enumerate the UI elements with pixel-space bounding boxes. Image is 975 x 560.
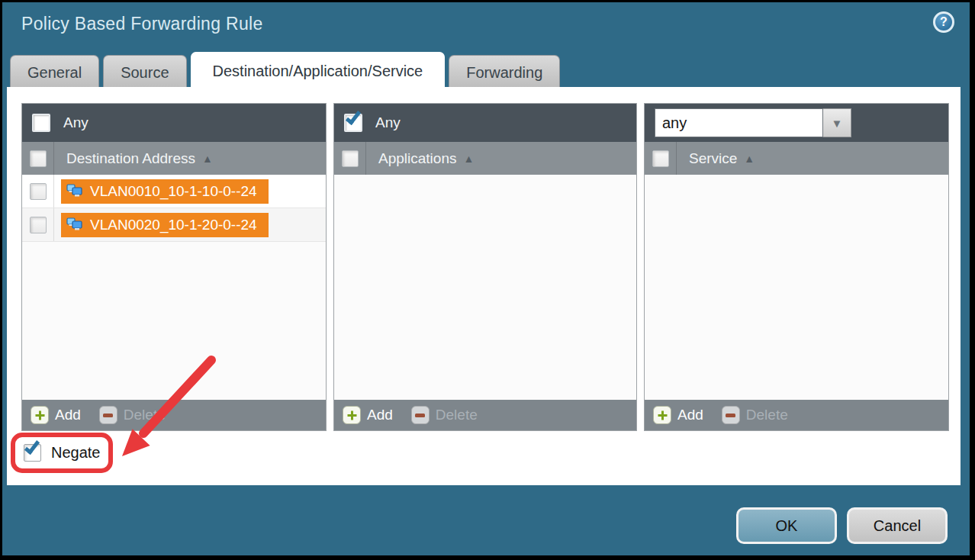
row-checkbox-cell <box>22 208 54 241</box>
table-row[interactable]: VLAN0010_10-1-10-0--24 <box>22 175 326 208</box>
network-icon <box>66 217 83 232</box>
service-header-label: Service <box>689 150 737 167</box>
applications-header-label: Applications <box>378 150 456 167</box>
destination-address-list: VLAN0010_10-1-10-0--24 <box>22 175 326 400</box>
delete-icon <box>411 406 430 424</box>
row-checkbox-cell <box>22 175 54 208</box>
add-button[interactable]: Add <box>367 407 393 423</box>
add-button[interactable]: Add <box>55 407 81 423</box>
applications-any-bar: Any <box>334 104 636 142</box>
sort-asc-icon: ▲ <box>463 153 474 165</box>
negate-checkbox[interactable] <box>24 444 41 462</box>
destination-header-label: Destination Address <box>66 150 195 167</box>
destination-any-checkbox[interactable] <box>32 114 50 132</box>
applications-any-label: Any <box>375 114 401 131</box>
cancel-button[interactable]: Cancel <box>847 507 948 544</box>
destination-address-column-header[interactable]: Destination Address ▲ <box>22 142 326 175</box>
add-icon[interactable] <box>653 406 671 424</box>
service-column: any ▼ Service ▲ <box>644 103 949 431</box>
add-icon[interactable] <box>31 406 49 424</box>
chevron-down-icon: ▼ <box>832 117 843 130</box>
service-column-header[interactable]: Service ▲ <box>645 142 948 175</box>
address-object-label: VLAN0020_10-1-20-0--24 <box>90 217 257 233</box>
select-all-cell <box>22 142 54 175</box>
policy-forwarding-dialog: Policy Based Forwarding Rule ? General S… <box>2 2 970 555</box>
table-row[interactable]: VLAN0020_10-1-20-0--24 <box>22 208 326 242</box>
applications-select-all-checkbox[interactable] <box>342 150 359 167</box>
sort-asc-icon: ▲ <box>744 153 755 165</box>
ok-button[interactable]: OK <box>736 507 837 544</box>
tab-bar: General Source Destination/Application/S… <box>10 52 560 89</box>
service-any-bar: any ▼ <box>645 104 948 142</box>
destination-actions-bar: Add Delete <box>22 400 326 430</box>
address-object-vlan0010[interactable]: VLAN0010_10-1-10-0--24 <box>61 179 269 204</box>
tab-destination-application-service[interactable]: Destination/Application/Service <box>191 52 446 89</box>
checkmark <box>24 438 40 455</box>
network-icon <box>66 184 83 198</box>
applications-list-empty <box>334 175 636 400</box>
destination-address-column: Any Destination Address ▲ <box>21 103 327 431</box>
applications-any-checkbox[interactable] <box>344 114 362 132</box>
delete-icon <box>722 406 740 424</box>
add-icon[interactable] <box>343 406 361 424</box>
select-all-cell <box>334 142 366 175</box>
service-type-dropdown[interactable]: any ▼ <box>655 108 851 137</box>
address-object-label: VLAN0010_10-1-10-0--24 <box>90 183 257 200</box>
checkmark <box>346 108 361 125</box>
row-checkbox[interactable] <box>30 217 47 233</box>
delete-button-disabled: Delete <box>746 407 788 423</box>
tab-forwarding[interactable]: Forwarding <box>449 55 560 89</box>
tab-general[interactable]: General <box>10 55 99 89</box>
service-actions-bar: Add Delete <box>645 400 948 430</box>
dropdown-button[interactable]: ▼ <box>823 108 851 137</box>
service-dropdown-value[interactable]: any <box>655 108 823 137</box>
annotation-highlight-box: Negate <box>11 433 113 473</box>
negate-label: Negate <box>51 444 101 462</box>
applications-actions-bar: Add Delete <box>334 400 636 430</box>
tab-content-panel: Any Destination Address ▲ <box>7 87 961 485</box>
columns-container: Any Destination Address ▲ <box>21 103 949 431</box>
row-checkbox[interactable] <box>30 183 47 200</box>
tab-source[interactable]: Source <box>103 55 186 89</box>
sort-asc-icon: ▲ <box>202 153 213 165</box>
select-all-cell <box>645 142 677 175</box>
destination-select-all-checkbox[interactable] <box>30 150 47 167</box>
service-list-empty <box>645 175 948 400</box>
delete-button-disabled: Delete <box>436 407 478 423</box>
delete-icon <box>99 406 117 424</box>
add-button[interactable]: Add <box>677 407 703 423</box>
service-select-all-checkbox[interactable] <box>652 150 669 167</box>
applications-column: Any Applications ▲ Add <box>333 103 637 431</box>
help-icon[interactable]: ? <box>933 11 954 33</box>
dialog-title: Policy Based Forwarding Rule <box>21 14 263 34</box>
delete-button-disabled: Delete <box>124 407 166 423</box>
destination-any-bar: Any <box>22 104 326 142</box>
destination-any-label: Any <box>63 114 88 131</box>
address-object-vlan0020[interactable]: VLAN0020_10-1-20-0--24 <box>61 213 269 237</box>
applications-column-header[interactable]: Applications ▲ <box>334 142 636 175</box>
